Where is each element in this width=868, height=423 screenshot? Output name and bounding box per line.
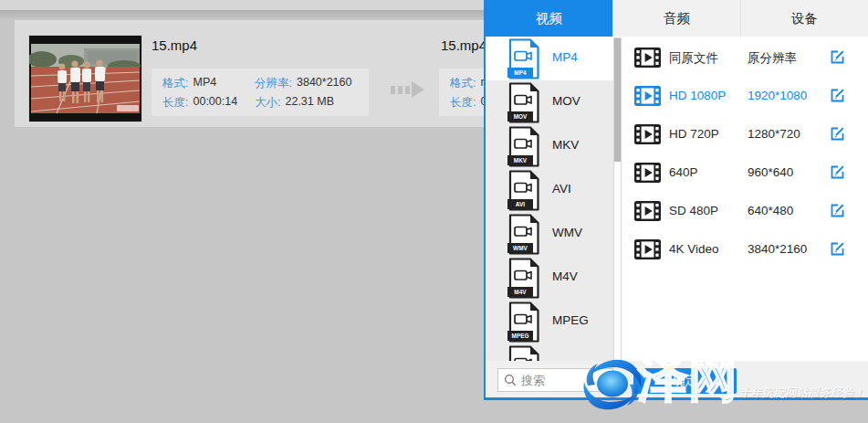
popup-footer: 确定	[486, 361, 868, 397]
format-list: MP4 MP4 MOV MOV MKV MKV AVI AVI WMV WMV …	[486, 37, 613, 361]
tab-audio[interactable]: 音频	[612, 0, 740, 37]
film-icon	[634, 239, 661, 259]
scrollbar-thumb[interactable]	[614, 38, 621, 162]
meta-value: 00:00:14	[193, 95, 237, 111]
format-item-mp4[interactable]: MP4 MP4	[486, 37, 613, 80]
meta-label: 长度:	[162, 95, 188, 111]
tab-video[interactable]: 视频	[486, 0, 612, 37]
quality-item-1080p[interactable]: HD 1080P 1920*1080	[622, 77, 868, 115]
film-icon	[634, 48, 661, 68]
file-format-icon	[507, 345, 540, 361]
edit-icon[interactable]	[829, 48, 846, 66]
format-banner: MP4	[507, 68, 533, 78]
quality-list: 同原文件 原分辨率 HD 1080P 1920*1080 HD 720P 128…	[622, 38, 868, 361]
search-input[interactable]	[521, 374, 605, 387]
format-banner: WMV	[507, 243, 533, 253]
convert-arrow-icon	[391, 79, 427, 100]
meta-label: 大小:	[255, 95, 280, 111]
popup-tabs: 视频 音频 设备	[486, 0, 868, 37]
quality-item-720p[interactable]: HD 720P 1280*720	[622, 115, 868, 153]
target-file-title: 15.mp4	[441, 37, 486, 53]
film-icon	[634, 86, 661, 106]
meta-label: 格式:	[450, 76, 476, 91]
meta-value: 22.31 MB	[285, 95, 334, 111]
quality-item-4k[interactable]: 4K Video 3840*2160	[622, 230, 868, 269]
format-item-m4v[interactable]: M4V M4V	[486, 256, 613, 300]
format-item-mov[interactable]: MOV MOV	[486, 80, 613, 124]
format-item-mkv[interactable]: MKV MKV	[486, 124, 613, 168]
edit-icon[interactable]	[829, 164, 846, 181]
film-icon	[634, 201, 661, 221]
meta-value: 3840*2160	[297, 76, 351, 91]
edit-icon[interactable]	[829, 240, 846, 258]
video-thumbnail	[29, 36, 141, 122]
confirm-button[interactable]: 确定	[633, 368, 737, 394]
format-item-wmv[interactable]: WMV WMV	[486, 212, 613, 256]
search-icon	[504, 374, 517, 386]
file-format-icon: AVI	[507, 170, 540, 211]
source-file-meta: 格式:MP4 分辨率:3840*2160 长度:00:00:14 大小:22.3…	[152, 69, 369, 116]
film-icon	[634, 124, 661, 144]
meta-label: 长度:	[450, 95, 476, 111]
file-format-icon: MP4	[507, 38, 540, 79]
format-banner: M4V	[507, 287, 533, 297]
meta-label: 格式:	[162, 76, 188, 91]
format-banner: AVI	[507, 199, 533, 209]
edit-icon[interactable]	[829, 87, 846, 104]
file-format-icon: WMV	[507, 214, 540, 255]
format-item-partial[interactable]	[486, 344, 613, 361]
video-thumbnail-image	[29, 36, 141, 122]
meta-label: 分辨率:	[255, 76, 292, 91]
search-box[interactable]	[497, 368, 613, 392]
file-format-icon: M4V	[507, 258, 540, 299]
file-format-icon: MPEG	[507, 301, 540, 343]
tab-device[interactable]: 设备	[740, 0, 868, 37]
meta-value: MP4	[193, 76, 216, 91]
format-banner: MOV	[507, 111, 533, 122]
format-banner: MKV	[507, 155, 533, 165]
quality-item-640p[interactable]: 640P 960*640	[622, 153, 868, 192]
format-item-mpeg[interactable]: MPEG MPEG	[486, 300, 613, 344]
format-picker-popup: 视频 音频 设备 MP4 MP4 MOV MOV MKV MKV AVI AVI…	[484, 0, 868, 400]
quality-item-480p[interactable]: SD 480P 640*480	[622, 192, 868, 230]
quality-item-original[interactable]: 同原文件 原分辨率	[622, 38, 868, 77]
file-format-icon: MOV	[507, 82, 540, 123]
edit-icon[interactable]	[829, 125, 846, 143]
film-icon	[634, 163, 661, 183]
edit-icon[interactable]	[829, 202, 846, 219]
format-banner: MPEG	[507, 331, 533, 341]
file-format-icon: MKV	[507, 126, 540, 167]
format-list-scrollbar[interactable]	[613, 37, 622, 361]
app-window: 15.mp4 格式:MP4 分辨率:3840*2160 长度:00:00:14 …	[0, 0, 868, 423]
source-file-title: 15.mp4	[152, 37, 197, 53]
format-item-avi[interactable]: AVI AVI	[486, 168, 613, 212]
